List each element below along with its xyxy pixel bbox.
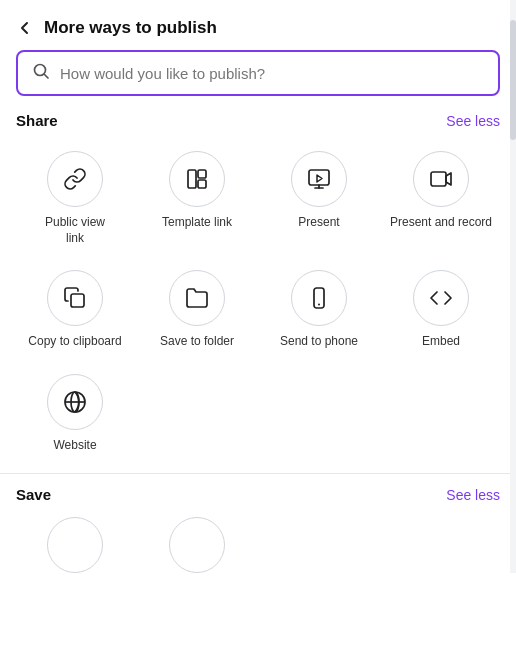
template-icon (185, 167, 209, 191)
send-to-phone-item[interactable]: Send to phone (260, 262, 378, 358)
header: More ways to publish (0, 0, 516, 50)
copy-to-clipboard-icon-circle (47, 270, 103, 326)
svg-rect-4 (309, 170, 329, 185)
share-section-header: Share See less (16, 112, 500, 129)
embed-item[interactable]: Embed (382, 262, 500, 358)
save-grid (16, 517, 500, 573)
share-grid: Public viewlink Template link (16, 143, 500, 461)
copy-to-clipboard-item[interactable]: Copy to clipboard (16, 262, 134, 358)
save-section-title: Save (16, 486, 51, 503)
save-to-folder-label: Save to folder (160, 334, 234, 350)
page-title: More ways to publish (44, 18, 217, 38)
present-label: Present (298, 215, 339, 231)
link-icon (63, 167, 87, 191)
save-to-folder-icon-circle (169, 270, 225, 326)
back-button[interactable] (16, 19, 34, 37)
public-view-link-icon-circle (47, 151, 103, 207)
svg-rect-5 (431, 172, 446, 186)
save-item-2[interactable] (138, 517, 256, 573)
website-icon-circle (47, 374, 103, 430)
search-input[interactable] (60, 65, 484, 82)
template-link-label: Template link (162, 215, 232, 231)
template-link-icon-circle (169, 151, 225, 207)
save-item-1[interactable] (16, 517, 134, 573)
save-icon-circle-1 (47, 517, 103, 573)
present-item[interactable]: Present (260, 143, 378, 254)
share-section: Share See less Public viewlink (0, 112, 516, 461)
svg-rect-1 (188, 170, 196, 188)
share-see-less-button[interactable]: See less (446, 113, 500, 129)
public-view-link-item[interactable]: Public viewlink (16, 143, 134, 254)
embed-icon (429, 286, 453, 310)
website-icon (63, 390, 87, 414)
present-and-record-label: Present and record (390, 215, 492, 231)
embed-label: Embed (422, 334, 460, 350)
save-to-folder-item[interactable]: Save to folder (138, 262, 256, 358)
svg-rect-6 (71, 294, 84, 307)
svg-rect-2 (198, 170, 206, 178)
svg-rect-3 (198, 180, 206, 188)
save-icon-circle-2 (169, 517, 225, 573)
section-divider (0, 473, 516, 474)
website-label: Website (53, 438, 96, 454)
embed-icon-circle (413, 270, 469, 326)
send-to-phone-label: Send to phone (280, 334, 358, 350)
save-section-header: Save See less (16, 486, 500, 503)
copy-to-clipboard-label: Copy to clipboard (28, 334, 121, 350)
website-item[interactable]: Website (16, 366, 134, 462)
share-section-title: Share (16, 112, 58, 129)
present-icon-circle (291, 151, 347, 207)
present-icon (307, 167, 331, 191)
folder-icon (185, 286, 209, 310)
template-link-item[interactable]: Template link (138, 143, 256, 254)
save-section: Save See less (0, 486, 516, 573)
save-see-less-button[interactable]: See less (446, 487, 500, 503)
search-icon (32, 62, 50, 84)
svg-point-0 (35, 65, 46, 76)
svg-point-8 (318, 304, 320, 306)
present-and-record-icon-circle (413, 151, 469, 207)
send-to-phone-icon-circle (291, 270, 347, 326)
search-bar (16, 50, 500, 96)
copy-icon (63, 286, 87, 310)
present-and-record-item[interactable]: Present and record (382, 143, 500, 254)
public-view-link-label: Public viewlink (45, 215, 105, 246)
phone-icon (307, 286, 331, 310)
record-icon (429, 167, 453, 191)
